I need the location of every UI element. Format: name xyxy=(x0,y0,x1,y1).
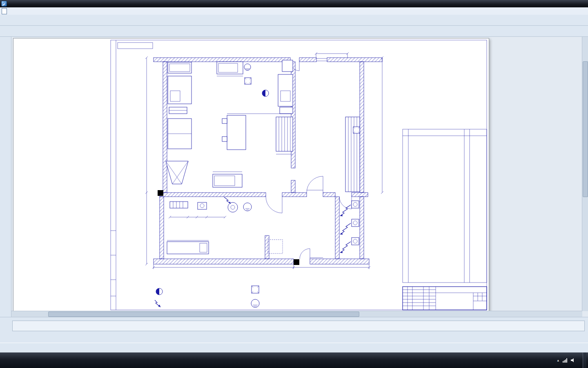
status-bar xyxy=(0,343,588,352)
title-bar xyxy=(0,0,588,7)
property-input-area[interactable] xyxy=(12,321,585,331)
volume-icon[interactable] xyxy=(571,358,575,363)
vertical-scroll-thumb[interactable] xyxy=(583,61,588,197)
horizontal-scrollbar[interactable] xyxy=(11,311,582,317)
floor-plan-svg xyxy=(13,38,489,312)
equipment-room-3 xyxy=(340,201,359,253)
drawing-sheet[interactable] xyxy=(13,38,489,312)
network-icon[interactable] xyxy=(563,358,567,363)
application-window: ▴ xyxy=(0,0,588,368)
drawing-area[interactable] xyxy=(11,37,588,317)
show-desktop-button[interactable] xyxy=(583,352,586,368)
menu-bar xyxy=(0,7,588,15)
system-tray: ▴ xyxy=(553,352,588,368)
tray-expand-icon[interactable]: ▴ xyxy=(557,358,559,362)
legend-symbols xyxy=(155,286,259,307)
property-panel xyxy=(0,317,588,343)
spec-table xyxy=(403,129,487,283)
equipment-room-1 xyxy=(166,62,269,187)
current-state-toolbar xyxy=(0,26,588,37)
app-icon xyxy=(1,1,7,7)
vertical-scrollbar[interactable] xyxy=(582,37,588,311)
left-tool-palette xyxy=(0,37,11,317)
equipment-room-2 xyxy=(276,60,360,192)
horizontal-scroll-thumb[interactable] xyxy=(48,312,359,317)
document-icon[interactable] xyxy=(2,8,7,14)
title-block xyxy=(403,287,487,310)
standard-toolbar xyxy=(0,15,588,26)
taskbar: ▴ xyxy=(0,352,588,368)
